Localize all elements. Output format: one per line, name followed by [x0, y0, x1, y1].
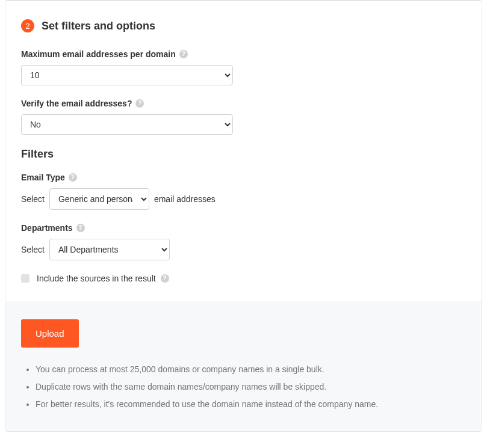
help-icon[interactable]: ?: [76, 224, 85, 232]
include-sources-row: Include the sources in the result ?: [21, 274, 466, 283]
departments-prefix: Select: [21, 245, 45, 254]
help-icon[interactable]: ?: [161, 274, 169, 283]
help-icon[interactable]: ?: [135, 99, 144, 108]
email-type-row: Select Generic and personal email addres…: [21, 188, 466, 210]
options-card: 2 Set filters and options Maximum email …: [5, 0, 482, 432]
step-number: 2: [25, 22, 29, 30]
max-emails-select[interactable]: 10: [21, 65, 233, 85]
departments-label: Departments: [21, 223, 73, 233]
include-sources-checkbox[interactable]: [21, 274, 29, 283]
departments-row: Select All Departments: [21, 239, 466, 260]
note-item: For better results, it's recommended to …: [36, 398, 466, 411]
verify-select[interactable]: No: [21, 114, 233, 135]
section-header: 2 Set filters and options: [21, 19, 466, 32]
email-type-suffix: email addresses: [154, 194, 216, 204]
verify-label-row: Verify the email addresses? ?: [21, 99, 466, 108]
help-icon[interactable]: ?: [69, 173, 77, 182]
help-icon[interactable]: ?: [179, 50, 188, 58]
note-item: You can process at most 25,000 domains o…: [36, 363, 466, 376]
include-sources-label: Include the sources in the result: [37, 274, 156, 283]
options-section: 2 Set filters and options Maximum email …: [5, 1, 482, 301]
email-type-group: Email Type ? Select Generic and personal…: [21, 173, 466, 210]
departments-select[interactable]: All Departments: [49, 239, 170, 260]
notes-list: You can process at most 25,000 domains o…: [21, 363, 466, 411]
email-type-select[interactable]: Generic and personal: [49, 188, 149, 210]
max-emails-label-row: Maximum email addresses per domain ?: [21, 49, 466, 59]
departments-group: Departments ? Select All Departments: [21, 223, 466, 260]
filters-heading: Filters: [21, 148, 466, 161]
max-emails-group: Maximum email addresses per domain ? 10: [21, 49, 466, 85]
note-item: Duplicate rows with the same domain name…: [36, 381, 466, 393]
upload-button[interactable]: Upload: [21, 319, 79, 348]
verify-group: Verify the email addresses? ? No: [21, 99, 466, 135]
section-title: Set filters and options: [42, 20, 155, 32]
include-sources-label-wrap: Include the sources in the result ?: [37, 274, 169, 283]
verify-label: Verify the email addresses?: [21, 99, 132, 108]
step-number-badge: 2: [21, 19, 34, 32]
max-emails-label: Maximum email addresses per domain: [21, 49, 176, 59]
email-type-label-row: Email Type ?: [21, 173, 466, 182]
footer-section: Upload You can process at most 25,000 do…: [5, 301, 482, 431]
departments-label-row: Departments ?: [21, 223, 466, 233]
email-type-prefix: Select: [21, 194, 45, 204]
email-type-label: Email Type: [21, 173, 65, 182]
